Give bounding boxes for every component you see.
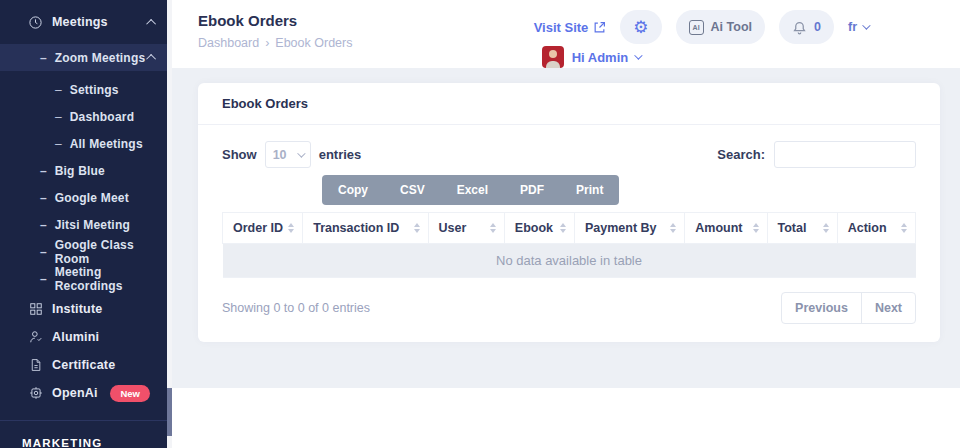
dash-bullet: –	[55, 110, 62, 124]
dash-bullet: –	[40, 191, 47, 205]
page-title: Ebook Orders	[198, 12, 352, 29]
ai-tool-button[interactable]: AI Ai Tool	[676, 10, 765, 44]
grid-icon	[28, 302, 43, 317]
user-menu[interactable]: Hi Admin	[572, 50, 641, 65]
dash-bullet: –	[40, 272, 47, 286]
sidebar-scrollbar[interactable]	[167, 0, 172, 448]
print-button[interactable]: Print	[560, 175, 619, 205]
orders-table: Order ID Transaction ID User Ebook Payme…	[222, 212, 916, 278]
column-header-amount[interactable]: Amount	[685, 213, 767, 244]
table-row-empty: No data available in table	[223, 244, 916, 278]
sidebar-item-meetings[interactable]: Meetings	[0, 8, 172, 36]
sidebar-item-meeting-recordings[interactable]: – Meeting Recordings	[0, 265, 172, 292]
ai-chip-icon: AI	[689, 20, 704, 35]
sidebar-item-google-meet[interactable]: – Google Meet	[0, 184, 172, 211]
settings-button[interactable]: ⚙	[620, 10, 661, 44]
sidebar: Meetings – Zoom Meetings – Settings – Da…	[0, 0, 172, 448]
sort-icon	[823, 223, 829, 233]
column-header-total[interactable]: Total	[767, 213, 837, 244]
sort-icon	[490, 223, 496, 233]
visit-site-link[interactable]: Visit Site	[534, 20, 607, 35]
chip-icon	[28, 386, 43, 401]
pagination: Previous Next	[781, 292, 916, 324]
sort-icon	[414, 223, 420, 233]
column-header-order-id[interactable]: Order ID	[223, 213, 303, 244]
sidebar-item-jitsi-meeting[interactable]: – Jitsi Meeting	[0, 211, 172, 238]
sort-icon	[288, 223, 294, 233]
page-footer-area	[172, 388, 960, 448]
search-label: Search:	[717, 147, 765, 162]
column-header-ebook[interactable]: Ebook	[504, 213, 574, 244]
pdf-button[interactable]: PDF	[504, 175, 560, 205]
excel-button[interactable]: Excel	[441, 175, 504, 205]
clock-icon	[28, 15, 43, 30]
sidebar-item-label: Zoom Meetings	[55, 51, 146, 65]
sidebar-item-openai[interactable]: OpenAi New	[0, 379, 172, 407]
ebook-orders-card: Ebook Orders Show 10 entries Search:	[198, 83, 940, 342]
sidebar-item-institute[interactable]: Institute	[0, 295, 172, 323]
sidebar-item-dashboard[interactable]: – Dashboard	[0, 103, 172, 130]
language-dropdown[interactable]: fr	[848, 20, 868, 34]
new-badge: New	[110, 385, 150, 402]
chevron-down-icon	[862, 21, 870, 29]
breadcrumb-current: Ebook Orders	[275, 36, 352, 50]
export-button-group: Copy CSV Excel PDF Print	[322, 175, 619, 205]
dash-bullet: –	[55, 137, 62, 151]
breadcrumb-parent[interactable]: Dashboard	[198, 36, 259, 50]
user-avatar[interactable]	[542, 46, 564, 68]
column-header-payment-by[interactable]: Payment By	[574, 213, 684, 244]
sidebar-section-marketing: MARKETING	[0, 421, 172, 448]
document-icon	[28, 358, 43, 373]
sidebar-item-alumini[interactable]: Alumini	[0, 323, 172, 351]
gear-icon: ⚙	[633, 19, 648, 36]
sidebar-item-zoom-meetings[interactable]: – Zoom Meetings	[0, 44, 172, 71]
chevron-down-icon	[297, 149, 305, 157]
dash-bullet: –	[40, 218, 47, 232]
previous-page-button[interactable]: Previous	[782, 293, 861, 323]
chevron-up-icon	[146, 54, 156, 64]
search-input[interactable]	[774, 141, 916, 168]
bell-icon	[792, 20, 807, 35]
dash-bullet: –	[40, 51, 47, 65]
empty-table-message: No data available in table	[223, 244, 916, 278]
column-header-action[interactable]: Action	[837, 213, 915, 244]
sort-icon	[753, 223, 759, 233]
top-bar: Ebook Orders Dashboard › Ebook Orders Vi…	[172, 0, 960, 68]
column-header-transaction-id[interactable]: Transaction ID	[303, 213, 428, 244]
sidebar-item-big-blue[interactable]: – Big Blue	[0, 157, 172, 184]
sort-icon	[560, 223, 566, 233]
column-header-user[interactable]: User	[428, 213, 504, 244]
sort-icon	[901, 223, 907, 233]
sort-icon	[670, 223, 676, 233]
sidebar-item-google-class-room[interactable]: – Google Class Room	[0, 238, 172, 265]
dash-bullet: –	[55, 83, 62, 97]
notifications-button[interactable]: 0	[779, 10, 834, 44]
show-label: Show	[222, 147, 257, 162]
scrollbar-thumb[interactable]	[167, 388, 172, 436]
sidebar-item-all-meetings[interactable]: – All Meetings	[0, 130, 172, 157]
entries-label: entries	[319, 147, 362, 162]
sidebar-item-settings[interactable]: – Settings	[0, 76, 172, 103]
entries-summary: Showing 0 to 0 of 0 entries	[222, 301, 370, 315]
csv-button[interactable]: CSV	[384, 175, 441, 205]
content-area: Ebook Orders Show 10 entries Search:	[172, 68, 960, 388]
sidebar-item-certificate[interactable]: Certificate	[0, 351, 172, 379]
chevron-down-icon	[634, 51, 642, 59]
chevron-up-icon	[146, 18, 156, 28]
dash-bullet: –	[40, 245, 47, 259]
card-title: Ebook Orders	[198, 83, 940, 125]
breadcrumb: Dashboard › Ebook Orders	[198, 36, 352, 50]
next-page-button[interactable]: Next	[861, 293, 915, 323]
external-link-icon	[593, 21, 606, 34]
copy-button[interactable]: Copy	[322, 175, 384, 205]
page-size-select[interactable]: 10	[265, 141, 311, 168]
sidebar-item-label: Meetings	[52, 15, 108, 29]
dash-bullet: –	[40, 164, 47, 178]
person-icon	[28, 330, 43, 345]
breadcrumb-separator: ›	[265, 36, 269, 50]
notification-count: 0	[814, 20, 821, 34]
